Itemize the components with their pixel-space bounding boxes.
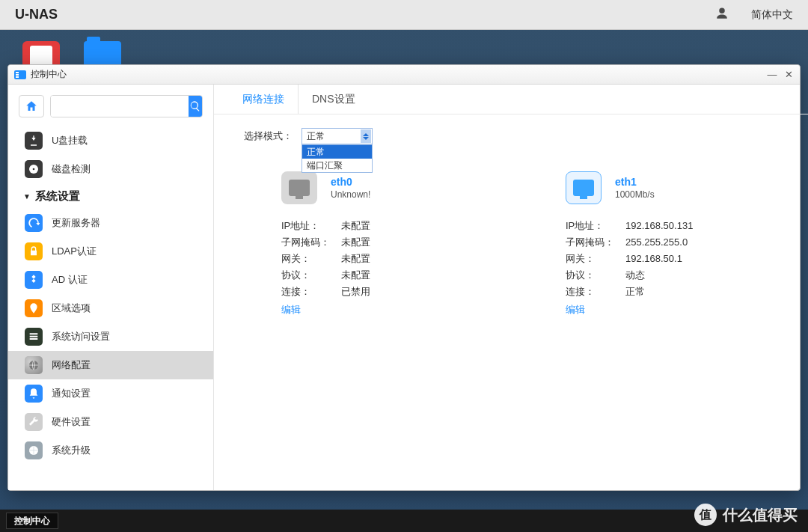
label-mask: 子网掩码：: [566, 234, 625, 251]
edit-link[interactable]: 编辑: [566, 303, 585, 317]
sidebar-item-ad-auth[interactable]: AD 认证: [8, 266, 213, 294]
search-icon: [189, 100, 201, 112]
label-proto: 协议：: [281, 267, 341, 284]
brand-label: U-NAS: [15, 7, 58, 22]
window-app-icon: [14, 70, 26, 79]
sidebar-item-update-server[interactable]: 更新服务器: [8, 209, 213, 237]
label-proto: 协议：: [566, 267, 625, 284]
mode-option-link-aggregation[interactable]: 端口汇聚: [302, 159, 372, 172]
sidebar-item-ldap[interactable]: LDAP认证: [8, 237, 213, 266]
control-center-window: 控制中心 — ✕ U盘挂载: [7, 64, 801, 491]
mode-option-normal[interactable]: 正常: [302, 145, 372, 159]
value-mask: 255.255.255.0: [625, 234, 688, 251]
main-panel: 网络连接 DNS设置 选择模式： 正常 正常 端口汇聚: [214, 85, 808, 490]
disk-icon: [25, 160, 43, 178]
watermark: 值 什么值得买: [694, 504, 798, 526]
svg-point-1: [33, 168, 35, 171]
update-icon: [25, 214, 43, 232]
sidebar-item-label: 磁盘检测: [52, 162, 91, 176]
usb-icon: [25, 132, 43, 150]
sidebar-item-label: 区域选项: [52, 302, 91, 315]
sidebar-item-label: 系统升级: [52, 444, 91, 457]
window-titlebar[interactable]: 控制中心 — ✕: [8, 65, 800, 85]
sidebar-item-access[interactable]: 系统访问设置: [8, 322, 213, 351]
nic-name: eth1: [615, 176, 655, 188]
value-ip: 192.168.50.131: [625, 218, 693, 234]
sidebar-item-label: 系统访问设置: [52, 330, 110, 343]
edit-link[interactable]: 编辑: [281, 303, 301, 317]
taskbar-button-control-center[interactable]: 控制中心: [6, 513, 58, 529]
taskbar: 控制中心: [0, 510, 808, 532]
mode-select[interactable]: 正常: [302, 128, 373, 144]
value-mask: 未配置: [341, 234, 370, 251]
close-button[interactable]: ✕: [783, 69, 794, 80]
sidebar-item-label: 网络配置: [52, 358, 91, 372]
sidebar-item-network[interactable]: 网络配置: [8, 351, 213, 379]
value-gw: 192.168.50.1: [625, 251, 682, 267]
sidebar-item-label: U盘挂载: [52, 134, 88, 147]
value-proto: 动态: [625, 267, 645, 284]
region-icon: [25, 299, 43, 317]
value-proto: 未配置: [341, 267, 370, 284]
globe-icon: [25, 441, 43, 459]
value-ip: 未配置: [341, 218, 370, 234]
lock-icon: [25, 242, 43, 260]
tab-dns-settings[interactable]: DNS设置: [299, 85, 369, 114]
ethernet-port-icon: [566, 171, 602, 204]
user-icon[interactable]: [715, 7, 729, 22]
nic-card-eth1: eth1 1000Mb/s IP地址：192.168.50.131 子网掩码：2…: [566, 171, 790, 317]
home-button[interactable]: [19, 95, 44, 117]
label-ip: IP地址：: [281, 218, 341, 234]
watermark-text: 什么值得买: [723, 505, 798, 525]
search-input[interactable]: [51, 96, 189, 117]
content-area: 选择模式： 正常 正常 端口汇聚: [214, 114, 808, 490]
label-gw: 网关：: [281, 251, 341, 267]
nic-card-eth0: eth0 Unknown! IP地址：未配置 子网掩码：未配置 网关：未配置 协…: [281, 171, 506, 317]
bell-icon: [25, 385, 43, 403]
sidebar-group-system-settings[interactable]: ▼ 系统设置: [8, 183, 213, 209]
ad-icon: [25, 271, 43, 289]
sidebar-item-usb-mount[interactable]: U盘挂载: [8, 126, 213, 155]
sidebar-item-notify[interactable]: 通知设置: [8, 379, 213, 408]
minimize-button[interactable]: —: [767, 69, 777, 80]
label-ip: IP地址：: [566, 218, 625, 234]
sidebar-item-disk-check[interactable]: 磁盘检测: [8, 155, 213, 183]
label-mask: 子网掩码：: [281, 234, 341, 251]
top-menubar: U-NAS 简体中文: [0, 0, 808, 30]
tab-bar: 网络连接 DNS设置: [214, 85, 808, 114]
caret-down-icon: ▼: [23, 192, 31, 201]
network-icon: [25, 356, 43, 374]
mode-dropdown[interactable]: 正常 端口汇聚: [302, 144, 373, 173]
nic-name: eth0: [331, 176, 370, 188]
nic-speed: Unknown!: [331, 189, 370, 200]
search-button[interactable]: [189, 96, 202, 117]
nic-speed: 1000Mb/s: [615, 189, 655, 200]
label-conn: 连接：: [281, 284, 341, 300]
sidebar-item-label: 通知设置: [52, 387, 91, 400]
sidebar-item-label: LDAP认证: [52, 245, 97, 258]
tab-network-connection[interactable]: 网络连接: [229, 85, 299, 114]
ethernet-port-icon: [281, 171, 317, 204]
value-conn: 正常: [625, 284, 645, 300]
sidebar-item-label: 硬件设置: [52, 415, 91, 429]
label-conn: 连接：: [566, 284, 625, 300]
mode-label: 选择模式：: [244, 129, 293, 143]
wrench-icon: [25, 413, 43, 431]
sidebar-list[interactable]: U盘挂载 磁盘检测 ▼ 系统设置 更新服务器 LDAP认证: [8, 123, 213, 490]
sidebar-item-upgrade[interactable]: 系统升级: [8, 436, 213, 465]
sidebar-item-label: AD 认证: [52, 273, 88, 287]
watermark-badge: 值: [694, 504, 717, 526]
sidebar-item-hardware[interactable]: 硬件设置: [8, 408, 213, 436]
select-arrows-icon: [361, 129, 371, 143]
sidebar: U盘挂载 磁盘检测 ▼ 系统设置 更新服务器 LDAP认证: [8, 85, 214, 490]
value-gw: 未配置: [341, 251, 370, 267]
label-gw: 网关：: [566, 251, 625, 267]
sidebar-item-region[interactable]: 区域选项: [8, 294, 213, 322]
sidebar-item-label: 更新服务器: [52, 216, 100, 230]
language-selector[interactable]: 简体中文: [751, 8, 793, 22]
mode-select-value: 正常: [307, 130, 325, 143]
sidebar-group-label: 系统设置: [35, 189, 80, 204]
value-conn: 已禁用: [341, 284, 370, 300]
search-field[interactable]: [50, 95, 203, 117]
access-icon: [25, 328, 43, 346]
